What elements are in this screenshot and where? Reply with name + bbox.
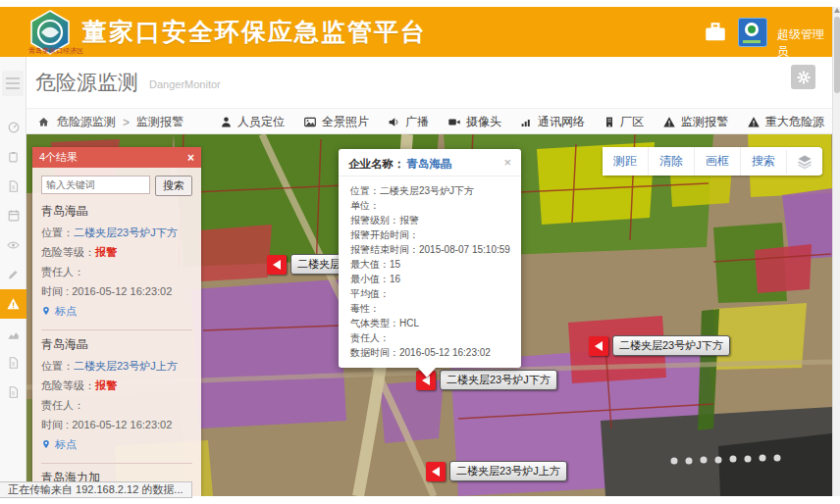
- document-icon: [7, 385, 20, 399]
- document-icon: [7, 179, 20, 193]
- logo-subtext: 青岛董家口经济区: [22, 46, 90, 56]
- divider: [41, 463, 192, 464]
- user-menu[interactable]: 超级管理员: [777, 26, 840, 60]
- left-sidebar: [0, 57, 26, 496]
- results-panel-header: 4个结果: [32, 147, 201, 168]
- briefcase-icon[interactable]: [703, 21, 728, 44]
- sidebar-item-statistics[interactable]: [0, 319, 26, 348]
- sidebar-item-document-1[interactable]: [0, 348, 26, 378]
- status-bar: 正在传输来自 192.168.2.12 的数据...: [0, 481, 192, 498]
- map-toolbar: 测距 清除 画框 搜索: [603, 147, 822, 176]
- sidebar-item-alarm-active[interactable]: [0, 289, 26, 319]
- result-item[interactable]: 青岛海晶 位置：二楼夹层23号炉J上方 危险等级：报警 责任人： 时间 : 20…: [41, 336, 192, 454]
- building-icon: [604, 116, 615, 128]
- toolbar-item-major-hazard[interactable]: 重大危险源: [747, 114, 824, 130]
- sidebar-item-monitor[interactable]: [0, 230, 26, 260]
- document-icon: [7, 356, 20, 370]
- breadcrumb: 危险源监测 > 监测报警: [37, 109, 184, 135]
- pencil-icon: [7, 268, 20, 281]
- layers-button[interactable]: [786, 150, 822, 174]
- map-marker[interactable]: 二楼夹层23号炉J下方: [589, 335, 730, 356]
- search-button[interactable]: 搜索: [155, 176, 192, 196]
- alarm-marker-icon: [589, 336, 608, 356]
- hamburger-menu-icon[interactable]: [2, 71, 24, 96]
- alarm-warning-icon: [6, 297, 21, 311]
- vertical-scrollbar[interactable]: [832, 7, 840, 496]
- pin-icon: [41, 305, 51, 317]
- breadcrumb-root[interactable]: 危险源监测: [57, 114, 116, 130]
- measure-button[interactable]: 测距: [603, 147, 648, 176]
- breadcrumb-bar: 危险源监测 > 监测报警 人员定位 全景照片 广播 摄像头: [0, 108, 840, 134]
- dashboard-icon: [7, 121, 21, 134]
- camera-icon: [447, 116, 461, 128]
- close-icon[interactable]: [187, 152, 194, 164]
- person-icon: [220, 116, 233, 128]
- results-panel: 4个结果 搜索 青岛海晶 位置：二楼夹层23号炉J下方 危险等级：报警 责任人：…: [32, 147, 201, 496]
- scrollbar-thumb[interactable]: [834, 17, 840, 93]
- user-avatar[interactable]: [738, 18, 767, 47]
- clipboard-icon: [7, 150, 20, 164]
- image-icon: [303, 116, 317, 128]
- result-item[interactable]: 青岛海晶 位置：二楼夹层23号炉J下方 危险等级：报警 责任人： 时间 : 20…: [41, 203, 192, 321]
- speaker-icon: [388, 116, 400, 128]
- home-icon: [37, 116, 50, 128]
- user-name: 超级管理员: [777, 26, 827, 60]
- alarm-marker-icon: [267, 255, 287, 275]
- eye-icon: [6, 238, 21, 252]
- feature-toolbar: 人员定位 全景照片 广播 摄像头 通讯网络 厂区: [220, 109, 824, 135]
- app-header: 青岛董家口经济区 董家口安全环保应急监管平台 超级管理员: [0, 7, 840, 57]
- calendar-icon: [7, 209, 21, 223]
- sidebar-item-edit[interactable]: [0, 260, 26, 289]
- warning-icon: [747, 116, 761, 128]
- chart-icon: [7, 327, 21, 340]
- signal-icon: [520, 116, 533, 128]
- settings-button[interactable]: [791, 65, 815, 89]
- map-canvas[interactable]: 二楼夹层23号炉J下方 二楼夹层23号炉J下方 二楼夹层23号炉J下方 二楼夹层…: [26, 134, 832, 496]
- mark-on-map-link[interactable]: 标点: [41, 434, 192, 454]
- enterprise-label: 企业名称：: [348, 158, 405, 170]
- keyword-input[interactable]: [41, 176, 150, 194]
- toolbar-item-broadcast[interactable]: 广播: [388, 114, 429, 130]
- warning-icon: [662, 116, 676, 128]
- results-panel-body: 搜索 青岛海晶 位置：二楼夹层23号炉J下方 危险等级：报警 责任人： 时间 :…: [32, 168, 201, 496]
- breadcrumb-current: 监测报警: [136, 114, 184, 130]
- map-marker[interactable]: 二楼夹层23号炉J下方: [416, 370, 557, 390]
- page-header: 危险源监测 DangerMonitor: [0, 57, 840, 108]
- toolbar-item-plant[interactable]: 厂区: [604, 114, 644, 130]
- marker-label: 二楼夹层23号炉J上方: [449, 461, 567, 481]
- sidebar-item-report[interactable]: [0, 172, 26, 201]
- info-popup: 企业名称：青岛海晶 位置：二楼夹层23号炉J下方 单位： 报警级别：报警 报警开…: [339, 149, 521, 368]
- scroll-up-icon[interactable]: [834, 8, 840, 13]
- marker-label: 二楼夹层23号炉J下方: [612, 335, 730, 356]
- app-title: 董家口安全环保应急监管平台: [82, 16, 427, 48]
- toolbar-item-monitor-alarm[interactable]: 监测报警: [662, 114, 728, 130]
- map-marker[interactable]: 二楼夹层23号炉J上方: [426, 461, 567, 481]
- popup-pointer: [418, 368, 436, 378]
- breadcrumb-separator: >: [123, 116, 130, 129]
- info-popup-header: 企业名称：青岛海晶: [339, 149, 521, 176]
- toolbar-item-panorama[interactable]: 全景照片: [303, 114, 369, 130]
- page-subtitle: DangerMonitor: [149, 78, 221, 90]
- divider: [41, 329, 192, 330]
- pin-icon: [41, 438, 51, 450]
- toolbar-item-person-locate[interactable]: 人员定位: [220, 114, 285, 130]
- clear-button[interactable]: 清除: [648, 147, 694, 176]
- search-map-button[interactable]: 搜索: [740, 147, 786, 176]
- page-title: 危险源监测: [35, 69, 138, 96]
- info-popup-body: 位置：二楼夹层23号炉J下方 单位： 报警级别：报警 报警开始时间： 报警结束时…: [339, 176, 521, 368]
- marker-label: 二楼夹层23号炉J下方: [440, 370, 557, 390]
- close-icon[interactable]: [503, 156, 511, 169]
- toolbar-item-camera[interactable]: 摄像头: [447, 114, 501, 130]
- alarm-marker-icon: [426, 462, 446, 481]
- results-count: 4个结果: [39, 150, 78, 165]
- draw-frame-button[interactable]: 画框: [694, 147, 740, 176]
- enterprise-name: 青岛海晶: [407, 158, 452, 170]
- sidebar-item-calendar[interactable]: [0, 201, 26, 230]
- app-window: 青岛董家口经济区 董家口安全环保应急监管平台 超级管理员 危险源监测 Dange…: [0, 0, 840, 504]
- sidebar-item-document-2[interactable]: [0, 378, 26, 407]
- sidebar-item-dashboard[interactable]: [0, 113, 26, 142]
- gear-icon: [796, 70, 812, 85]
- sidebar-item-tasks[interactable]: [0, 142, 26, 172]
- mark-on-map-link[interactable]: 标点: [41, 301, 192, 321]
- toolbar-item-network[interactable]: 通讯网络: [520, 114, 585, 130]
